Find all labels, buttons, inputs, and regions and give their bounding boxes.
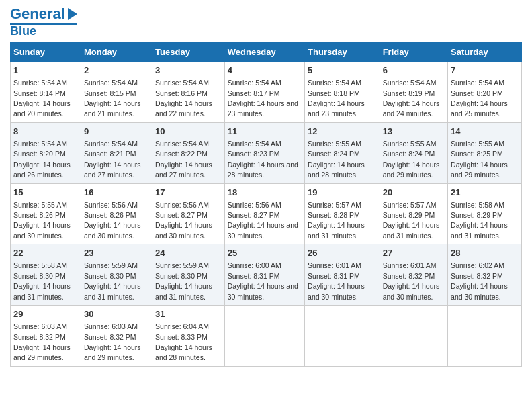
logo: General Blue bbox=[10, 7, 77, 37]
sunrise-text: Sunrise: 6:01 AM bbox=[383, 261, 437, 269]
sunset-text: Sunset: 8:30 PM bbox=[155, 272, 208, 280]
sunrise-text: Sunrise: 6:03 AM bbox=[13, 322, 67, 330]
sunrise-text: Sunrise: 5:55 AM bbox=[451, 140, 504, 148]
sunset-text: Sunset: 8:21 PM bbox=[84, 150, 136, 158]
day-number: 3 bbox=[155, 64, 222, 77]
calendar-cell: 13 Sunrise: 5:55 AM Sunset: 8:24 PM Dayl… bbox=[380, 122, 447, 183]
calendar-cell: 16 Sunrise: 5:56 AM Sunset: 8:26 PM Dayl… bbox=[81, 183, 152, 244]
daylight-text: Daylight: 14 hours and 23 minutes. bbox=[308, 99, 365, 118]
sunrise-text: Sunrise: 6:00 AM bbox=[228, 261, 281, 269]
weekday-header: Thursday bbox=[305, 43, 380, 62]
calendar-cell: 20 Sunrise: 5:57 AM Sunset: 8:29 PM Dayl… bbox=[380, 183, 447, 244]
sunrise-text: Sunrise: 5:56 AM bbox=[84, 201, 138, 209]
day-number: 5 bbox=[308, 64, 377, 77]
sunset-text: Sunset: 8:16 PM bbox=[155, 89, 208, 97]
daylight-text: Daylight: 14 hours and 31 minutes. bbox=[383, 221, 440, 239]
sunset-text: Sunset: 8:27 PM bbox=[228, 211, 280, 219]
sunset-text: Sunset: 8:30 PM bbox=[13, 272, 66, 280]
calendar-cell: 12 Sunrise: 5:55 AM Sunset: 8:24 PM Dayl… bbox=[305, 122, 380, 183]
daylight-text: Daylight: 14 hours and 22 minutes. bbox=[155, 99, 212, 118]
day-number: 28 bbox=[451, 247, 519, 259]
day-number: 20 bbox=[383, 187, 445, 199]
weekday-header: Friday bbox=[380, 43, 447, 62]
calendar-cell bbox=[305, 306, 380, 367]
daylight-text: Daylight: 14 hours and 27 minutes. bbox=[84, 161, 141, 179]
day-number: 15 bbox=[13, 187, 78, 199]
sunset-text: Sunset: 8:18 PM bbox=[308, 89, 360, 97]
day-number: 10 bbox=[155, 126, 222, 138]
day-number: 4 bbox=[228, 64, 302, 77]
sunrise-text: Sunrise: 5:58 AM bbox=[13, 261, 67, 269]
sunset-text: Sunset: 8:19 PM bbox=[383, 89, 435, 97]
sunrise-text: Sunrise: 5:54 AM bbox=[13, 140, 67, 148]
daylight-text: Daylight: 14 hours and 31 minutes. bbox=[451, 221, 508, 239]
sunrise-text: Sunrise: 6:01 AM bbox=[308, 261, 361, 269]
sunset-text: Sunset: 8:29 PM bbox=[451, 211, 503, 219]
calendar-cell: 9 Sunrise: 5:54 AM Sunset: 8:21 PM Dayli… bbox=[81, 122, 152, 183]
calendar-cell: 21 Sunrise: 5:58 AM Sunset: 8:29 PM Dayl… bbox=[448, 183, 522, 244]
sunrise-text: Sunrise: 5:59 AM bbox=[84, 261, 138, 269]
daylight-text: Daylight: 14 hours and 28 minutes. bbox=[228, 161, 298, 179]
day-number: 31 bbox=[155, 308, 222, 320]
sunset-text: Sunset: 8:29 PM bbox=[383, 211, 435, 219]
day-number: 18 bbox=[228, 187, 302, 199]
calendar-cell: 8 Sunrise: 5:54 AM Sunset: 8:20 PM Dayli… bbox=[11, 122, 81, 183]
weekday-header-row: SundayMondayTuesdayWednesdayThursdayFrid… bbox=[11, 43, 522, 62]
day-number: 11 bbox=[228, 126, 302, 138]
calendar-cell bbox=[380, 306, 447, 367]
sunset-text: Sunset: 8:15 PM bbox=[84, 89, 136, 97]
sunrise-text: Sunrise: 6:03 AM bbox=[84, 322, 138, 330]
logo-text: General bbox=[10, 7, 65, 21]
daylight-text: Daylight: 14 hours and 29 minutes. bbox=[13, 343, 71, 361]
daylight-text: Daylight: 14 hours and 30 minutes. bbox=[228, 282, 298, 300]
daylight-text: Daylight: 14 hours and 24 minutes. bbox=[383, 99, 440, 118]
calendar-week-row: 8 Sunrise: 5:54 AM Sunset: 8:20 PM Dayli… bbox=[11, 122, 522, 183]
day-number: 6 bbox=[383, 64, 445, 77]
day-number: 24 bbox=[155, 247, 222, 259]
sunrise-text: Sunrise: 6:04 AM bbox=[155, 322, 209, 330]
sunset-text: Sunset: 8:17 PM bbox=[228, 89, 280, 97]
calendar-cell: 22 Sunrise: 5:58 AM Sunset: 8:30 PM Dayl… bbox=[11, 244, 81, 306]
daylight-text: Daylight: 14 hours and 30 minutes. bbox=[13, 221, 71, 239]
sunrise-text: Sunrise: 5:56 AM bbox=[155, 201, 209, 209]
sunset-text: Sunset: 8:32 PM bbox=[451, 272, 503, 280]
calendar-cell: 28 Sunrise: 6:02 AM Sunset: 8:32 PM Dayl… bbox=[448, 244, 522, 306]
day-number: 1 bbox=[13, 64, 78, 77]
logo-subtext: Blue bbox=[10, 25, 36, 37]
sunset-text: Sunset: 8:14 PM bbox=[13, 89, 66, 97]
daylight-text: Daylight: 14 hours and 31 minutes. bbox=[308, 221, 365, 239]
sunrise-text: Sunrise: 5:59 AM bbox=[155, 261, 209, 269]
daylight-text: Daylight: 14 hours and 28 minutes. bbox=[155, 343, 212, 361]
day-number: 27 bbox=[383, 247, 445, 259]
sunset-text: Sunset: 8:23 PM bbox=[228, 150, 280, 158]
calendar-cell: 31 Sunrise: 6:04 AM Sunset: 8:33 PM Dayl… bbox=[152, 306, 225, 367]
daylight-text: Daylight: 14 hours and 23 minutes. bbox=[228, 99, 298, 118]
daylight-text: Daylight: 14 hours and 30 minutes. bbox=[451, 282, 508, 300]
calendar-cell: 17 Sunrise: 5:56 AM Sunset: 8:27 PM Dayl… bbox=[152, 183, 225, 244]
daylight-text: Daylight: 14 hours and 26 minutes. bbox=[13, 161, 71, 179]
sunset-text: Sunset: 8:31 PM bbox=[228, 272, 280, 280]
calendar-cell: 15 Sunrise: 5:55 AM Sunset: 8:26 PM Dayl… bbox=[11, 183, 81, 244]
day-number: 26 bbox=[308, 247, 377, 259]
daylight-text: Daylight: 14 hours and 28 minutes. bbox=[308, 161, 365, 179]
sunrise-text: Sunrise: 5:57 AM bbox=[308, 201, 361, 209]
sunset-text: Sunset: 8:24 PM bbox=[383, 150, 435, 158]
sunrise-text: Sunrise: 6:02 AM bbox=[451, 261, 504, 269]
sunset-text: Sunset: 8:26 PM bbox=[13, 211, 66, 219]
calendar-table: SundayMondayTuesdayWednesdayThursdayFrid… bbox=[10, 42, 522, 367]
sunrise-text: Sunrise: 5:54 AM bbox=[155, 79, 209, 87]
header: General Blue bbox=[10, 7, 522, 37]
calendar-cell: 25 Sunrise: 6:00 AM Sunset: 8:31 PM Dayl… bbox=[224, 244, 304, 306]
weekday-header: Sunday bbox=[11, 43, 81, 62]
sunset-text: Sunset: 8:25 PM bbox=[451, 150, 503, 158]
daylight-text: Daylight: 14 hours and 27 minutes. bbox=[155, 161, 212, 179]
sunrise-text: Sunrise: 5:55 AM bbox=[308, 140, 361, 148]
calendar-cell bbox=[448, 306, 522, 367]
calendar-cell: 29 Sunrise: 6:03 AM Sunset: 8:32 PM Dayl… bbox=[11, 306, 81, 367]
day-number: 17 bbox=[155, 187, 222, 199]
day-number: 23 bbox=[84, 247, 149, 259]
sunset-text: Sunset: 8:28 PM bbox=[308, 211, 360, 219]
day-number: 16 bbox=[84, 187, 149, 199]
sunset-text: Sunset: 8:27 PM bbox=[155, 211, 208, 219]
calendar-cell: 6 Sunrise: 5:54 AM Sunset: 8:19 PM Dayli… bbox=[380, 62, 447, 123]
